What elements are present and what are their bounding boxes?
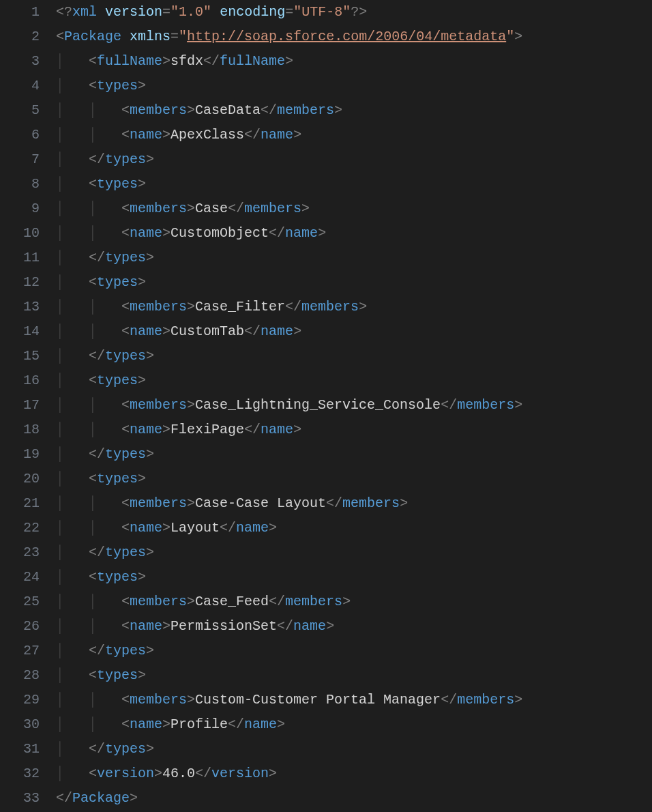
line-number: 4: [0, 74, 56, 98]
code-content[interactable]: │ <types>: [56, 368, 146, 393]
code-line[interactable]: 27 │ </types>: [0, 639, 652, 663]
line-number: 17: [0, 393, 56, 418]
code-line[interactable]: 16 │ <types>: [0, 368, 652, 393]
code-content[interactable]: │ │ <members>Case_Feed</members>: [56, 590, 351, 614]
code-content[interactable]: </Package>: [56, 786, 138, 811]
line-number: 31: [0, 737, 56, 762]
code-content[interactable]: │ <types>: [56, 74, 146, 98]
code-line[interactable]: 11 │ </types>: [0, 246, 652, 270]
line-number: 22: [0, 516, 56, 540]
code-content[interactable]: │ <types>: [56, 467, 146, 491]
line-number: 12: [0, 270, 56, 295]
code-content[interactable]: │ <version>46.0</version>: [56, 762, 277, 786]
code-line[interactable]: 25 │ │ <members>Case_Feed</members>: [0, 590, 652, 614]
line-number: 1: [0, 0, 56, 25]
code-content[interactable]: │ │ <name>Layout</name>: [56, 516, 277, 540]
code-line[interactable]: 13 │ │ <members>Case_Filter</members>: [0, 295, 652, 319]
code-content[interactable]: │ │ <name>CustomTab</name>: [56, 319, 301, 344]
line-number: 25: [0, 590, 56, 614]
code-content[interactable]: │ </types>: [56, 147, 154, 172]
code-content[interactable]: │ │ <members>CaseData</members>: [56, 98, 342, 123]
code-line[interactable]: 10 │ │ <name>CustomObject</name>: [0, 221, 652, 246]
code-line[interactable]: 3 │ <fullName>sfdx</fullName>: [0, 49, 652, 74]
code-content[interactable]: │ │ <name>PermissionSet</name>: [56, 614, 334, 639]
code-line[interactable]: 15 │ </types>: [0, 344, 652, 368]
line-number: 9: [0, 197, 56, 221]
code-line[interactable]: 32 │ <version>46.0</version>: [0, 762, 652, 786]
line-number: 6: [0, 123, 56, 147]
code-line[interactable]: 5 │ │ <members>CaseData</members>: [0, 98, 652, 123]
line-number: 2: [0, 25, 56, 49]
code-content[interactable]: │ │ <name>FlexiPage</name>: [56, 418, 301, 442]
code-line[interactable]: 18 │ │ <name>FlexiPage</name>: [0, 418, 652, 442]
code-editor[interactable]: 1 <?xml version="1.0" encoding="UTF-8"?>…: [0, 0, 652, 811]
code-line[interactable]: 24 │ <types>: [0, 565, 652, 590]
code-line[interactable]: 31 │ </types>: [0, 737, 652, 762]
code-content[interactable]: │ <types>: [56, 565, 146, 590]
line-number: 8: [0, 172, 56, 197]
line-number: 33: [0, 786, 56, 811]
code-line[interactable]: 8 │ <types>: [0, 172, 652, 197]
code-content[interactable]: │ │ <name>Profile</name>: [56, 712, 285, 737]
code-content[interactable]: │ </types>: [56, 639, 154, 663]
line-number: 23: [0, 540, 56, 565]
code-line[interactable]: 6 │ │ <name>ApexClass</name>: [0, 123, 652, 147]
line-number: 16: [0, 368, 56, 393]
code-line[interactable]: 17 │ │ <members>Case_Lightning_Service_C…: [0, 393, 652, 418]
code-content[interactable]: │ <types>: [56, 172, 146, 197]
line-number: 14: [0, 319, 56, 344]
code-content[interactable]: <Package xmlns="http://soap.sforce.com/2…: [56, 25, 522, 49]
line-number: 20: [0, 467, 56, 491]
line-number: 5: [0, 98, 56, 123]
code-content[interactable]: │ <types>: [56, 663, 146, 688]
line-number: 13: [0, 295, 56, 319]
code-content[interactable]: │ │ <members>Case_Filter</members>: [56, 295, 367, 319]
line-number: 18: [0, 418, 56, 442]
line-number: 7: [0, 147, 56, 172]
line-number: 15: [0, 344, 56, 368]
code-content[interactable]: │ </types>: [56, 246, 154, 270]
line-number: 24: [0, 565, 56, 590]
line-number: 28: [0, 663, 56, 688]
code-line[interactable]: 28 │ <types>: [0, 663, 652, 688]
code-line[interactable]: 23 │ </types>: [0, 540, 652, 565]
code-line[interactable]: 14 │ │ <name>CustomTab</name>: [0, 319, 652, 344]
line-number: 19: [0, 442, 56, 467]
line-number: 26: [0, 614, 56, 639]
code-content[interactable]: │ <types>: [56, 270, 146, 295]
code-line[interactable]: 29 │ │ <members>Custom-Customer Portal M…: [0, 688, 652, 712]
code-line[interactable]: 22 │ │ <name>Layout</name>: [0, 516, 652, 540]
line-number: 11: [0, 246, 56, 270]
code-content[interactable]: │ </types>: [56, 540, 154, 565]
code-line[interactable]: 1 <?xml version="1.0" encoding="UTF-8"?>: [0, 0, 652, 25]
code-line[interactable]: 4 │ <types>: [0, 74, 652, 98]
code-content[interactable]: │ │ <members>Case_Lightning_Service_Cons…: [56, 393, 522, 418]
code-line[interactable]: 19 │ </types>: [0, 442, 652, 467]
code-content[interactable]: │ │ <name>CustomObject</name>: [56, 221, 326, 246]
line-number: 29: [0, 688, 56, 712]
code-content[interactable]: │ <fullName>sfdx</fullName>: [56, 49, 293, 74]
code-line[interactable]: 21 │ │ <members>Case-Case Layout</member…: [0, 491, 652, 516]
line-number: 3: [0, 49, 56, 74]
code-content[interactable]: │ │ <members>Case</members>: [56, 197, 310, 221]
code-line[interactable]: 12 │ <types>: [0, 270, 652, 295]
code-line[interactable]: 20 │ <types>: [0, 467, 652, 491]
code-content[interactable]: │ │ <members>Custom-Customer Portal Mana…: [56, 688, 522, 712]
line-number: 30: [0, 712, 56, 737]
line-number: 32: [0, 762, 56, 786]
code-line[interactable]: 7 │ </types>: [0, 147, 652, 172]
code-content[interactable]: │ │ <members>Case-Case Layout</members>: [56, 491, 408, 516]
code-content[interactable]: │ │ <name>ApexClass</name>: [56, 123, 301, 147]
code-content[interactable]: │ </types>: [56, 737, 154, 762]
code-content[interactable]: <?xml version="1.0" encoding="UTF-8"?>: [56, 0, 367, 25]
line-number: 27: [0, 639, 56, 663]
code-line[interactable]: 2 <Package xmlns="http://soap.sforce.com…: [0, 25, 652, 49]
code-line[interactable]: 26 │ │ <name>PermissionSet</name>: [0, 614, 652, 639]
line-number: 10: [0, 221, 56, 246]
code-line[interactable]: 9 │ │ <members>Case</members>: [0, 197, 652, 221]
code-content[interactable]: │ </types>: [56, 344, 154, 368]
code-content[interactable]: │ </types>: [56, 442, 154, 467]
code-line[interactable]: 30 │ │ <name>Profile</name>: [0, 712, 652, 737]
code-line[interactable]: 33 </Package>: [0, 786, 652, 811]
line-number: 21: [0, 491, 56, 516]
